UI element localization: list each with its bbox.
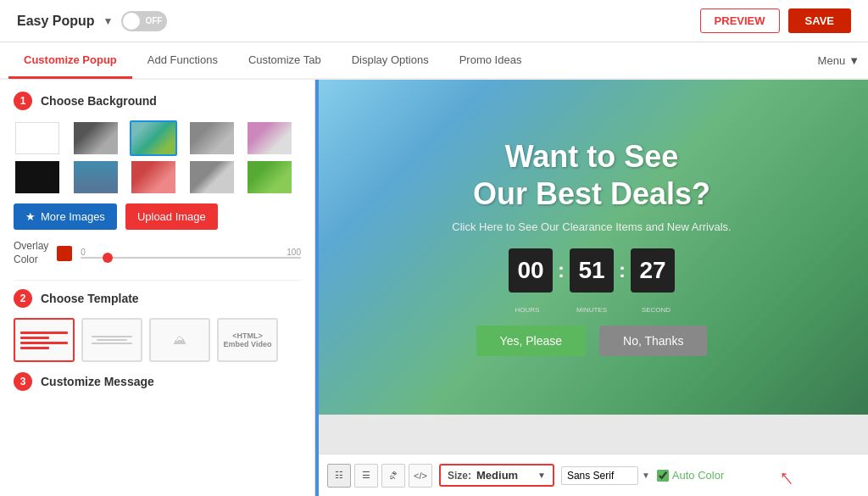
panel-divider [315,80,319,496]
section3-label: Customize Message [41,375,154,388]
save-button[interactable]: SAVE [788,8,851,33]
toggle-switch[interactable]: OFF [121,11,167,31]
size-chevron-icon: ▼ [537,471,546,480]
bg-thumb-0[interactable] [14,120,61,156]
template-thumb-3[interactable]: <HTML>Embed Video [217,318,278,362]
chevron-down-icon[interactable]: ▼ [103,15,114,27]
seconds-block: 27 [631,248,675,293]
html-label: <HTML>Embed Video [224,332,272,348]
tab-promo-ideas[interactable]: Promo Ideas [444,43,537,79]
overlay-color-row: OverlayColor 0 100 [14,240,301,266]
hours-block: 00 [509,248,553,293]
bg-thumb-8[interactable] [188,159,236,195]
slider-labels: 0 100 [81,248,301,257]
popup-preview: Want to See Our Best Deals? Click Here t… [315,80,868,415]
app-title: Easy Popup [17,14,95,29]
image-icon[interactable]: ⛐ [381,464,405,488]
overlay-label: OverlayColor [14,240,48,266]
overlay-color-swatch[interactable] [57,246,72,261]
section2-header: 2 Choose Template [14,289,301,308]
popup-content: Want to See Our Best Deals? Click Here t… [315,80,868,415]
section3-header: 3 Customize Message [14,372,301,391]
overlay-slider[interactable] [81,257,301,259]
main-content: 1 Choose Background ★ More Images Upload… [0,80,868,496]
toolbar-icon-group: ☷ ☰ ⛐ </> [327,464,432,488]
font-selector: Sans Serif Serif Monospace ▼ [561,466,650,485]
auto-color-option: Auto Color [657,469,724,482]
bg-thumb-5[interactable] [14,159,61,195]
popup-subtitle: Click Here to See Our Clearance Items an… [452,220,731,233]
code-icon[interactable]: </> [409,464,432,488]
slider-track-line [81,257,301,259]
size-label: Size: [448,470,471,482]
auto-color-label[interactable]: Auto Color [672,469,724,482]
size-selector: Size: Medium Small Large ▼ [439,464,554,487]
yes-please-button[interactable]: Yes, Please [476,326,586,356]
tmpl-line-2 [20,337,49,339]
toggle-label: OFF [145,16,162,25]
nav-menu[interactable]: Menu ▼ [818,54,860,67]
countdown-timer: 00 : 51 : 27 [509,248,675,293]
hours-label: HOURS [505,306,549,314]
tab-display-options[interactable]: Display Options [337,43,444,79]
divider-1 [14,280,301,281]
header-right: PREVIEW SAVE [700,8,851,33]
bg-thumb-4[interactable] [246,120,293,156]
section1-number: 1 [14,92,32,110]
font-select[interactable]: Sans Serif Serif Monospace [561,466,638,485]
bg-thumb-9[interactable] [246,159,293,195]
countdown-sep-1: : [558,259,565,282]
section2-number: 2 [14,289,32,308]
header: Easy Popup ▼ OFF PREVIEW SAVE [0,0,868,42]
section1-header: 1 Choose Background [14,92,301,110]
section3-number: 3 [14,372,32,391]
background-grid [14,120,301,195]
tmpl-line-3 [20,342,68,344]
template-thumb-0[interactable] [14,318,75,362]
toggle-knob [123,13,140,30]
bg-thumb-1[interactable] [72,120,120,156]
popup-buttons: Yes, Please No, Thanks [476,326,708,356]
countdown-labels: HOURS MINUTES SECOND [505,306,678,314]
slider-max: 100 [287,248,301,257]
star-icon: ★ [25,210,36,223]
header-left: Easy Popup ▼ OFF [17,11,167,31]
right-panel: Want to See Our Best Deals? Click Here t… [315,80,868,496]
tab-customize-tab[interactable]: Customize Tab [233,43,337,79]
seconds-label: SECOND [634,306,678,314]
template-thumb-1[interactable] [81,318,142,362]
bg-thumb-6[interactable] [72,159,120,195]
left-panel: 1 Choose Background ★ More Images Upload… [0,80,315,496]
overlay-slider-container: 0 100 [81,248,301,259]
layout-list-icon[interactable]: ☰ [354,464,378,488]
slider-thumb[interactable] [103,253,113,263]
no-thanks-button[interactable]: No, Thanks [599,326,707,356]
popup-title: Want to See Our Best Deals? [473,138,710,211]
template-thumb-2[interactable]: ⛰ [149,318,210,362]
template-image-placeholder: ⛰ [173,332,186,348]
minutes-block: 51 [570,248,614,293]
mountain-icon: ⛰ [173,332,186,348]
size-select[interactable]: Medium Small Large [476,469,532,482]
bg-thumb-7[interactable] [130,159,177,195]
menu-chevron-icon: ▼ [849,54,860,67]
tmpl-line-1 [20,332,68,334]
tab-add-functions[interactable]: Add Functions [132,43,233,79]
template-grid: ⛰ <HTML>Embed Video [14,318,301,362]
menu-label: Menu [818,54,846,67]
bg-thumb-2[interactable] [130,120,177,156]
preview-button[interactable]: PREVIEW [700,8,780,33]
minutes-label: MINUTES [570,306,614,314]
more-images-button[interactable]: ★ More Images [14,203,117,230]
upload-image-button[interactable]: Upload Image [125,203,218,230]
layout-grid-icon[interactable]: ☷ [327,464,351,488]
section2-label: Choose Template [41,292,139,305]
section1-label: Choose Background [41,94,157,108]
font-chevron-icon: ▼ [642,471,650,480]
bg-actions: ★ More Images Upload Image [14,203,301,230]
auto-color-checkbox[interactable] [657,470,669,482]
tab-customize-popup[interactable]: Customize Popup [8,43,132,79]
tmpl-line-4 [20,347,49,349]
countdown-sep-2: : [619,259,626,282]
bg-thumb-3[interactable] [188,120,236,156]
